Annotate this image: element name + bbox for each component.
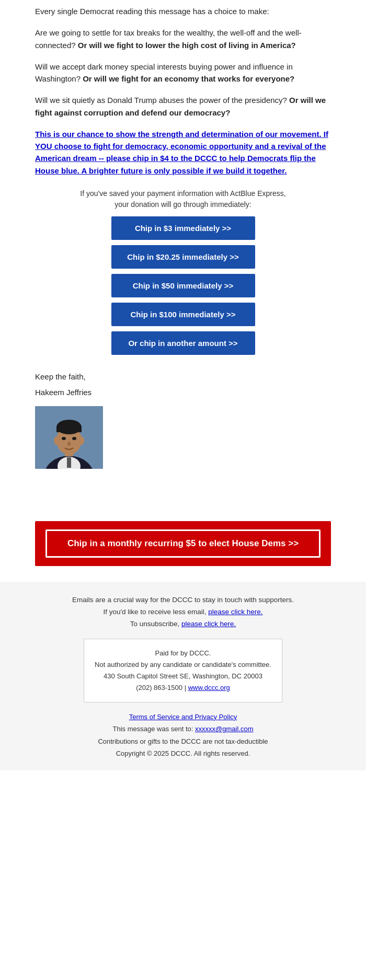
svg-rect-7: [56, 427, 82, 432]
recurring-button[interactable]: Chip in a monthly recurring $5 to elect …: [45, 529, 321, 558]
hakeem-photo: [35, 406, 103, 469]
legal-box: Paid for by DCCC. Not authorized by any …: [84, 639, 282, 702]
footer-line2: If you'd like to receive less email, ple…: [31, 606, 335, 618]
paragraph-1: Every single Democrat reading this messa…: [35, 5, 331, 17]
email-link[interactable]: xxxxxx@gmail.com: [195, 725, 253, 733]
svg-rect-3: [67, 457, 71, 468]
terms-link[interactable]: Terms of Service and Privacy Policy: [129, 713, 237, 721]
paragraph-4: Will we sit quietly as Donald Trump abus…: [35, 94, 331, 119]
chip-100-button[interactable]: Chip in $100 immediately >>: [111, 303, 255, 326]
svg-point-8: [62, 437, 66, 440]
less-email-link[interactable]: please click here.: [208, 608, 262, 616]
photo-svg: [35, 406, 103, 469]
legal-line4: (202) 863-1500 | www.dccc.org: [95, 682, 271, 694]
spacer: [0, 500, 366, 521]
sent-to: This message was sent to: xxxxxx@gmail.c…: [31, 723, 335, 735]
chip-other-button[interactable]: Or chip in another amount >>: [111, 331, 255, 355]
signature: Hakeem Jeffries: [35, 388, 331, 397]
svg-point-9: [72, 437, 76, 440]
svg-point-12: [79, 436, 84, 445]
cta-link[interactable]: This is our chance to show the strength …: [35, 128, 331, 177]
footer: Emails are a crucial way for the DCCC to…: [0, 582, 366, 770]
chip-50-button[interactable]: Chip in $50 immediately >>: [111, 274, 255, 297]
donation-buttons: Chip in $3 immediately >> Chip in $20.25…: [35, 216, 331, 355]
express-note: If you've saved your payment information…: [35, 188, 331, 210]
recurring-section: Chip in a monthly recurring $5 to elect …: [35, 521, 331, 566]
dccc-website-link[interactable]: www.dccc.org: [188, 684, 230, 691]
svg-point-10: [67, 442, 71, 446]
unsubscribe-link[interactable]: please click here.: [181, 620, 236, 628]
footer-line3: To unsubscribe, please click here.: [31, 618, 335, 630]
photo-container: [35, 406, 331, 469]
chip-3-button[interactable]: Chip in $3 immediately >>: [111, 216, 255, 240]
paragraph-2: Are we going to settle for tax breaks fo…: [35, 27, 331, 51]
paragraph-3: Will we accept dark money special intere…: [35, 61, 331, 85]
svg-point-11: [54, 436, 59, 445]
closing-text: Keep the faith,: [35, 370, 331, 384]
footer-line1: Emails are a crucial way for the DCCC to…: [31, 594, 335, 606]
footer-bottom: Terms of Service and Privacy Policy This…: [31, 711, 335, 760]
chip-20-button[interactable]: Chip in $20.25 immediately >>: [111, 245, 255, 269]
